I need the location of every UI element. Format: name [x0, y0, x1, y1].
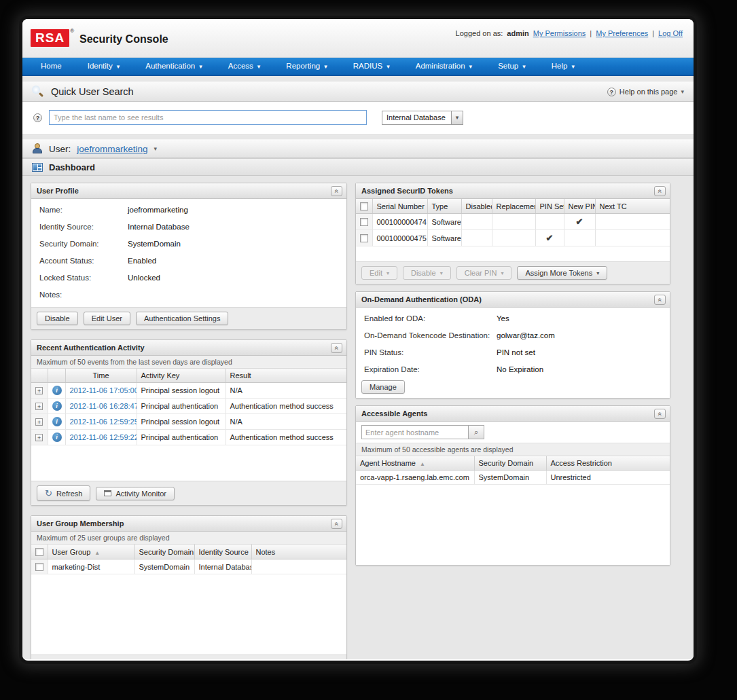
assign-more-tokens-button[interactable]: Assign More Tokens▾: [517, 266, 607, 280]
token-replacement-cell: [492, 214, 535, 230]
col-agent-hostname[interactable]: Agent Hostname▲: [356, 456, 474, 471]
field-value: No Expiration: [497, 365, 543, 373]
agent-domain-cell: SystemDomain: [474, 471, 546, 485]
activity-time-link[interactable]: 2012-11-06 16:28:47: [70, 402, 137, 410]
info-icon[interactable]: i: [52, 417, 62, 426]
col-serial-number[interactable]: Serial Number▲: [372, 199, 427, 214]
nav-administration[interactable]: Administration▾: [403, 58, 485, 75]
nav-access[interactable]: Access▾: [215, 58, 274, 75]
expand-icon[interactable]: +: [35, 403, 43, 410]
sort-asc-icon: ▲: [94, 550, 100, 556]
top-header: RSA ® Security Console Logged on as: adm…: [22, 19, 694, 58]
collapse-button[interactable]: «: [654, 409, 666, 419]
col-pin-set[interactable]: PIN Set: [535, 199, 564, 214]
activity-note: Maximum of 50 events from the last seven…: [31, 356, 346, 369]
collapse-button[interactable]: «: [654, 295, 666, 305]
field-label: On-Demand Tokencode Destination:: [364, 331, 497, 339]
col-activity-key[interactable]: Activity Key: [137, 369, 226, 383]
disable-button[interactable]: Disable: [37, 312, 78, 325]
row-checkbox[interactable]: [35, 563, 43, 571]
help-on-this-page[interactable]: ? Help on this page ▾: [607, 88, 684, 96]
row-checkbox[interactable]: [360, 218, 368, 226]
panel-title: On-Demand Authentication (ODA): [361, 295, 482, 303]
collapse-button[interactable]: «: [331, 343, 342, 353]
col-notes[interactable]: Notes: [251, 545, 346, 559]
expand-icon[interactable]: +: [35, 418, 43, 426]
my-permissions-link[interactable]: My Permissions: [533, 29, 586, 37]
activity-row: + i 2012-11-06 12:59:25 Principal sessio…: [31, 414, 346, 430]
help-icon: ?: [607, 88, 616, 96]
activity-result-cell: Authentication method success: [226, 430, 346, 445]
select-all-checkbox[interactable]: [360, 202, 368, 210]
col-time[interactable]: Time: [65, 369, 137, 383]
col-replacement[interactable]: Replacement: [492, 199, 535, 214]
authentication-settings-button[interactable]: Authentication Settings: [136, 312, 229, 325]
panel-title: User Profile: [37, 187, 79, 195]
panel-title: User Group Membership: [37, 519, 124, 528]
disable-token-button[interactable]: Disable▾: [403, 266, 451, 280]
agent-search-button[interactable]: ⌕: [469, 425, 484, 439]
info-icon[interactable]: i: [52, 386, 62, 395]
main-nav: Home Identity▾ Authentication▾ Access▾ R…: [22, 58, 694, 76]
col-result[interactable]: Result: [226, 369, 346, 383]
activity-row: + i 2012-11-06 12:59:22 Principal authen…: [31, 430, 346, 445]
log-off-link[interactable]: Log Off: [658, 29, 683, 37]
nav-authentication[interactable]: Authentication▾: [132, 58, 215, 75]
refresh-icon: ↻: [45, 488, 52, 498]
user-bar: User: joefrommarketing ▾: [22, 139, 694, 158]
field-help-icon[interactable]: ?: [33, 113, 42, 122]
row-checkbox[interactable]: [360, 234, 368, 242]
nav-help[interactable]: Help▾: [539, 58, 588, 75]
new-pin-check: ✔: [569, 217, 591, 227]
col-identity-source[interactable]: Identity Source: [194, 545, 251, 559]
info-icon[interactable]: i: [52, 432, 62, 442]
session-info: Logged on as: admin My Permissions | My …: [456, 29, 683, 37]
edit-token-button[interactable]: Edit▾: [361, 266, 397, 280]
nav-setup[interactable]: Setup▾: [485, 58, 539, 75]
nav-home[interactable]: Home: [28, 58, 75, 75]
collapse-button[interactable]: «: [331, 519, 342, 529]
token-serial-cell: 000100000474: [372, 214, 427, 230]
pin-set-check: ✔: [540, 233, 560, 243]
manage-oda-button[interactable]: Manage: [361, 380, 405, 394]
col-type[interactable]: Type: [427, 199, 461, 214]
refresh-button[interactable]: ↻Refresh: [37, 485, 90, 501]
info-icon[interactable]: i: [52, 401, 62, 411]
assigned-tokens-panel: Assigned SecurID Tokens « Serial Number▲…: [355, 183, 670, 284]
nav-radius[interactable]: RADIUS▾: [340, 58, 403, 75]
col-security-domain[interactable]: Security Domain: [134, 545, 194, 559]
select-all-checkbox[interactable]: [35, 548, 43, 556]
token-replacement-cell: [492, 230, 535, 246]
group-membership-panel: User Group Membership « Maximum of 25 us…: [31, 515, 347, 659]
col-access-restriction[interactable]: Access Restriction: [546, 456, 670, 471]
activity-time-link[interactable]: 2012-11-06 12:59:25: [70, 418, 137, 426]
nav-reporting[interactable]: Reporting▾: [273, 58, 340, 75]
field-value: Yes: [497, 314, 509, 323]
chevron-down-icon[interactable]: ▾: [154, 145, 158, 152]
edit-user-button[interactable]: Edit User: [84, 312, 130, 325]
nav-identity[interactable]: Identity▾: [75, 58, 133, 75]
collapse-button[interactable]: «: [654, 186, 666, 196]
expand-icon[interactable]: +: [35, 387, 43, 394]
agent-hostname-input[interactable]: [361, 425, 469, 439]
identity-source-select[interactable]: Internal Database ▾: [382, 111, 463, 125]
user-search-input[interactable]: [49, 110, 367, 125]
expand-icon[interactable]: +: [35, 434, 43, 441]
username-link[interactable]: joefrommarketing: [77, 144, 147, 154]
panel-title: Assigned SecurID Tokens: [361, 187, 453, 195]
col-user-group[interactable]: User Group▲: [48, 545, 134, 559]
activity-time-link[interactable]: 2012-11-06 17:05:00: [70, 386, 137, 394]
chevron-down-icon: ▾: [501, 270, 503, 276]
col-next-tc[interactable]: Next TC: [595, 199, 670, 214]
oda-panel: On-Demand Authentication (ODA) « Enabled…: [355, 291, 670, 399]
collapse-button[interactable]: «: [331, 186, 342, 196]
token-next-tc-cell: [595, 214, 670, 230]
activity-monitor-button[interactable]: Activity Monitor: [96, 487, 175, 500]
col-disabled[interactable]: Disabled: [461, 199, 492, 214]
col-new-pin[interactable]: New PIN: [564, 199, 595, 214]
activity-key-cell: Principal session logout: [137, 414, 226, 430]
clear-pin-button[interactable]: Clear PIN▾: [456, 266, 512, 280]
my-preferences-link[interactable]: My Preferences: [596, 29, 648, 37]
activity-time-link[interactable]: 2012-11-06 12:59:22: [70, 433, 137, 441]
col-agent-domain[interactable]: Security Domain: [474, 456, 546, 471]
